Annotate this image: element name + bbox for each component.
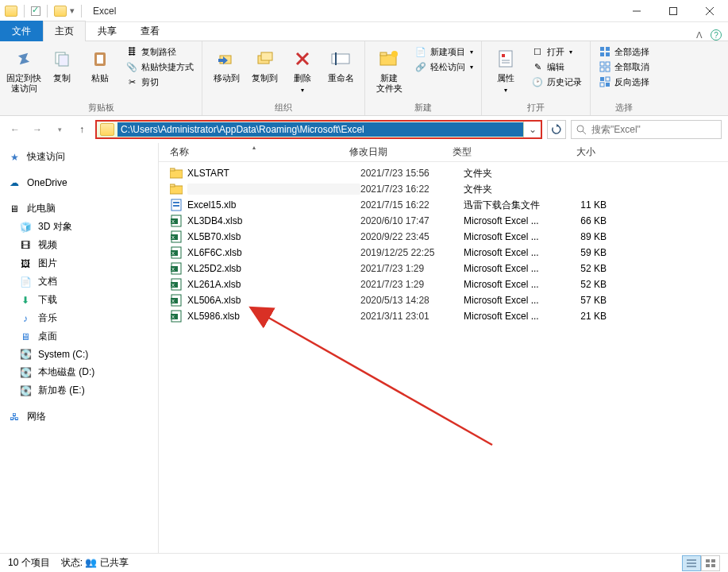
table-row[interactable]: XXL25D2.xlsb2021/7/23 1:29Microsoft Exce… [159,261,728,276]
tab-share[interactable]: 共享 [86,21,129,41]
address-dropdown-icon[interactable]: ⌄ [523,122,541,137]
document-icon: 📄 [19,276,32,288]
sidebar-item-3d-objects[interactable]: 🧊3D 对象 [0,218,158,236]
drive-icon: 💽 [19,385,32,397]
folder-icon[interactable] [54,6,67,17]
up-button[interactable]: ↑ [73,121,91,138]
table-row[interactable]: XXL6F6C.xlsb2019/12/25 22:25Microsoft Ex… [159,245,728,261]
video-icon: 🎞 [19,239,32,252]
tab-view[interactable]: 查看 [129,21,171,41]
table-row[interactable]: XLSTART2021/7/23 15:56文件夹 [159,165,728,181]
copy-button[interactable]: 复制 [44,44,79,83]
copy-path-button[interactable]: 🛤复制路径 [124,44,195,59]
excel-file-icon: X [170,310,183,323]
sidebar-item-music[interactable]: ♪音乐 [0,309,158,327]
sidebar-item-documents[interactable]: 📄文档 [0,272,158,291]
file-date: 2021/7/15 16:22 [360,199,464,211]
open-button[interactable]: ☐打开▾ [530,44,584,59]
paste-shortcut-button[interactable]: 📎粘贴快捷方式 [124,60,195,74]
rename-button[interactable]: 重命名 [323,44,358,83]
sidebar-item-drive-c[interactable]: 💽System (C:) [0,346,158,363]
group-clipboard: 固定到快 速访问 复制 粘贴 🛤复制路径 📎粘贴快捷方式 ✂剪切 剪贴板 [0,41,202,115]
folder-icon [170,183,183,195]
delete-button[interactable]: 删除▾ [285,44,320,94]
sidebar-item-network[interactable]: 🖧网络 [0,408,158,426]
svg-rect-70 [706,559,710,562]
table-row[interactable]: XXL5B70.xlsb2020/9/22 23:45Microsoft Exc… [159,229,728,245]
sidebar-item-this-pc[interactable]: 🖥此电脑 [0,199,158,218]
desktop-icon: 🖥 [19,330,32,343]
move-to-button[interactable]: 移动到 [209,44,244,83]
svg-rect-8 [97,55,103,64]
new-item-button[interactable]: 📄新建项目▾ [413,44,475,59]
svg-rect-28 [606,62,610,66]
refresh-button[interactable] [547,120,566,139]
paste-button[interactable]: 粘贴 [83,44,117,83]
sidebar-item-drive-e[interactable]: 💽新加卷 (E:) [0,381,158,400]
table-row[interactable]: XXL3DB4.xlsb2020/6/10 17:47Microsoft Exc… [159,213,728,229]
sidebar-item-pictures[interactable]: 🖼图片 [0,254,158,272]
tab-home[interactable]: 主页 [43,21,86,41]
recent-locations-button[interactable]: ▾ [51,121,68,138]
pin-to-quick-access-button[interactable]: 固定到快 速访问 [6,44,41,93]
file-size: 57 KB [559,295,614,306]
file-name: XL506A.xlsb [187,295,360,306]
cut-button[interactable]: ✂剪切 [124,75,195,89]
svg-rect-33 [600,83,604,87]
table-row[interactable]: XXL5986.xlsb2021/3/11 23:01Microsoft Exc… [159,308,728,324]
select-none-button[interactable]: 全部取消 [597,60,651,74]
select-all-button[interactable]: 全部选择 [597,44,651,59]
table-row[interactable]: 2021/7/23 16:22文件夹 [159,181,728,197]
invert-selection-button[interactable]: 反向选择 [597,75,651,89]
group-open: 属性▾ ☐打开▾ ✎编辑 🕑历史记录 打开 [482,41,591,115]
drive-icon: 💽 [19,366,32,379]
qat-dropdown-icon[interactable]: ▾ [70,6,75,16]
file-rows: XLSTART2021/7/23 15:56文件夹2021/7/23 16:22… [159,162,728,324]
sidebررراوەlabel
-item-drive-d[interactable]: 💽本地磁盘 (D:) [0,363,158,381]
checkbox-icon[interactable] [31,6,40,16]
search-box[interactable] [571,120,722,139]
column-type[interactable]: 类型 [453,145,548,159]
forward-button[interactable]: → [29,121,46,138]
column-size[interactable]: 大小 [548,145,603,159]
properties-button[interactable]: 属性▾ [488,44,523,94]
copy-icon [51,48,73,70]
excel-file-icon: X [170,294,183,307]
excel-file-icon: X [170,278,183,291]
back-button[interactable]: ← [6,121,24,138]
new-folder-button[interactable]: 新建 文件夹 [372,44,406,93]
edit-button[interactable]: ✎编辑 [530,60,584,74]
sidebar-item-desktop[interactable]: 🖥桌面 [0,327,158,346]
minimize-button[interactable] [618,0,655,22]
svg-line-37 [583,131,586,134]
maximize-button[interactable] [655,0,691,22]
collapse-ribbon-icon[interactable]: ᐱ [696,30,703,41]
tab-file[interactable]: 文件 [0,21,43,41]
address-input[interactable] [117,122,523,137]
history-button[interactable]: 🕑历史记录 [530,75,584,89]
table-row[interactable]: XXL261A.xlsb2021/7/23 1:29Microsoft Exce… [159,276,728,292]
group-select: 全部选择 全部取消 反向选择 选择 [591,41,657,115]
sidebar-item-videos[interactable]: 🎞视频 [0,236,158,254]
shared-icon: 👥 [85,557,97,568]
group-label: 组织 [209,100,358,114]
copy-to-button[interactable]: 复制到 [247,44,282,83]
new-folder-icon [378,48,400,70]
table-row[interactable]: XXL506A.xlsb2020/5/13 14:28Microsoft Exc… [159,292,728,308]
file-size: 89 KB [559,231,614,242]
file-name: Excel15.xlb [187,199,360,211]
sidebar-item-downloads[interactable]: ⬇下载 [0,291,158,309]
column-name[interactable]: ▴名称 [159,145,349,159]
details-view-button[interactable] [682,555,701,571]
large-icons-view-button[interactable] [701,555,720,571]
table-row[interactable]: Excel15.xlb2021/7/15 16:22迅雷下载合集文件11 KB [159,197,728,213]
help-icon[interactable]: ? [711,29,722,41]
sidebar-item-quick-access[interactable]: ★快速访问 [0,148,158,166]
address-bar[interactable]: ⌄ [95,120,542,139]
search-input[interactable] [591,124,716,135]
sort-ascending-icon: ▴ [252,144,256,151]
close-button[interactable] [691,0,728,22]
sidebar-item-onedrive[interactable]: ☁OneDrive [0,174,158,191]
column-date[interactable]: 修改日期 [349,145,453,159]
easy-access-button[interactable]: 🔗轻松访问▾ [413,60,475,74]
